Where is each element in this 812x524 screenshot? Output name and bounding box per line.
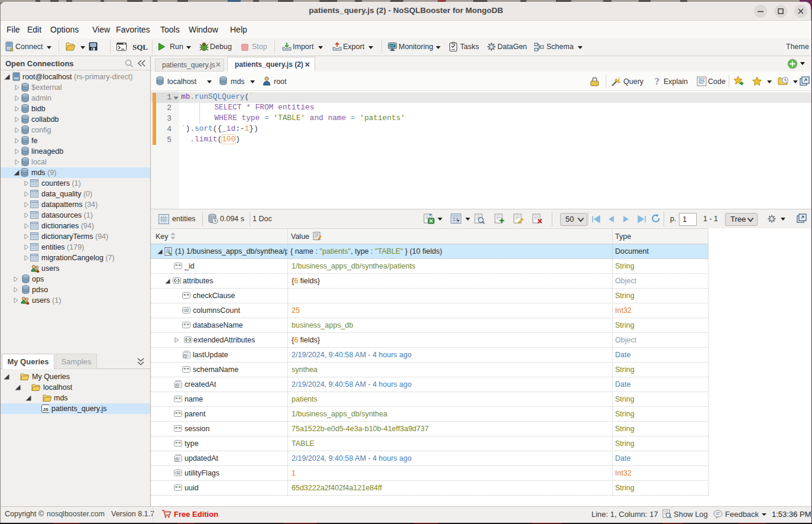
svg-text:?: ?	[655, 76, 660, 87]
